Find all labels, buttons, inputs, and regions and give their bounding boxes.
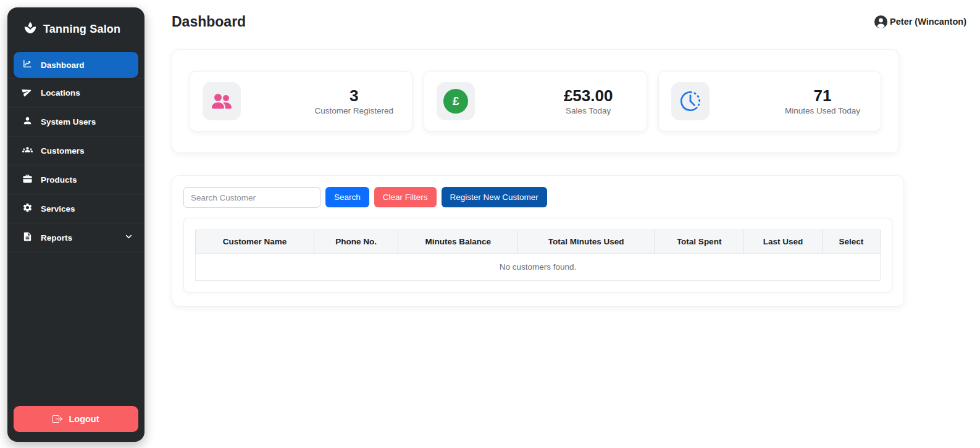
stat-icon-tile: £ xyxy=(437,82,475,120)
sidebar-item-label: Dashboard xyxy=(41,60,85,70)
clock-icon xyxy=(677,88,703,114)
col-header-customer-name: Customer Name xyxy=(196,230,314,254)
logout-label: Logout xyxy=(69,414,99,424)
people-group-icon xyxy=(22,144,33,157)
sidebar-item-label: Services xyxy=(41,204,75,214)
pound-icon: £ xyxy=(443,89,468,114)
chevron-down-icon xyxy=(124,232,133,243)
sidebar-item-products[interactable]: Products xyxy=(7,165,144,194)
sidebar-item-label: Locations xyxy=(41,88,80,97)
sidebar-item-reports[interactable]: Reports xyxy=(7,223,144,252)
sidebar-item-label: Customers xyxy=(41,146,85,156)
stat-value: 71 xyxy=(782,87,863,106)
empty-state-message: No customers found. xyxy=(196,254,881,281)
person-icon xyxy=(22,115,33,128)
sidebar-nav: Dashboard Locations System Users Custome… xyxy=(7,52,144,252)
sidebar-item-label: System Users xyxy=(41,117,96,127)
col-header-total-minutes: Total Minutes Used xyxy=(518,230,655,254)
sidebar-item-dashboard[interactable]: Dashboard xyxy=(14,52,138,78)
sidebar: Tanning Salon Dashboard Locations System… xyxy=(7,7,144,442)
empty-state-row: No customers found. xyxy=(196,254,881,281)
stat-icon-tile xyxy=(671,82,710,120)
sidebar-item-locations[interactable]: Locations xyxy=(7,78,144,107)
register-new-customer-button[interactable]: Register New Customer xyxy=(442,187,547,207)
stat-label: Customer Registered xyxy=(313,106,395,115)
page-title: Dashboard xyxy=(172,14,246,30)
topbar: Dashboard Peter (Wincanton) xyxy=(172,10,966,33)
logout-icon xyxy=(52,414,62,424)
stat-card-sales: £ £53.00 Sales Today xyxy=(424,71,647,131)
clear-filters-button[interactable]: Clear Filters xyxy=(374,187,437,207)
spa-icon xyxy=(23,21,37,37)
sidebar-item-label: Products xyxy=(41,175,77,185)
stat-icon-tile xyxy=(203,82,241,120)
navigation-icon xyxy=(20,85,35,101)
col-header-select: Select xyxy=(822,230,880,254)
sidebar-item-services[interactable]: Services xyxy=(7,194,144,223)
brand: Tanning Salon xyxy=(7,7,144,48)
stat-label: Minutes Used Today xyxy=(782,106,863,115)
stat-value: 3 xyxy=(313,87,395,106)
customer-table: Customer Name Phone No. Minutes Balance … xyxy=(195,230,881,281)
sidebar-item-system-users[interactable]: System Users xyxy=(7,107,144,136)
customer-controls: Search Clear Filters Register New Custom… xyxy=(183,187,892,208)
col-header-total-spent: Total Spent xyxy=(655,230,744,254)
stat-label: Sales Today xyxy=(548,106,629,115)
customer-table-card: Customer Name Phone No. Minutes Balance … xyxy=(183,218,892,292)
search-customer-input[interactable] xyxy=(183,187,320,208)
pound-symbol: £ xyxy=(453,94,459,108)
briefcase-icon xyxy=(22,173,33,186)
people-icon xyxy=(212,91,232,111)
stat-card-minutes: 71 Minutes Used Today xyxy=(658,71,881,131)
user-menu[interactable]: Peter (Wincanton) xyxy=(874,15,966,29)
user-name: Peter (Wincanton) xyxy=(890,17,966,27)
customer-panel: Search Clear Filters Register New Custom… xyxy=(172,175,904,307)
brand-name: Tanning Salon xyxy=(43,23,120,36)
logout-button[interactable]: Logout xyxy=(14,406,138,432)
sidebar-item-label: Reports xyxy=(41,233,72,243)
col-header-last-used: Last Used xyxy=(744,230,822,254)
stat-card-customers: 3 Customer Registered xyxy=(190,71,413,131)
search-button[interactable]: Search xyxy=(325,187,369,207)
col-header-minutes-balance: Minutes Balance xyxy=(398,230,518,254)
table-header-row: Customer Name Phone No. Minutes Balance … xyxy=(196,230,881,254)
sidebar-item-customers[interactable]: Customers xyxy=(7,136,144,165)
main-content: Dashboard Peter (Wincanton) 3 Customer R… xyxy=(144,0,980,448)
chart-line-icon xyxy=(22,59,33,71)
stats-panel: 3 Customer Registered £ £53.00 Sales Tod… xyxy=(172,49,899,153)
person-circle-icon xyxy=(874,15,888,29)
col-header-phone: Phone No. xyxy=(314,230,398,254)
gear-icon xyxy=(22,202,33,215)
stat-value: £53.00 xyxy=(548,87,629,106)
document-icon xyxy=(22,231,33,244)
